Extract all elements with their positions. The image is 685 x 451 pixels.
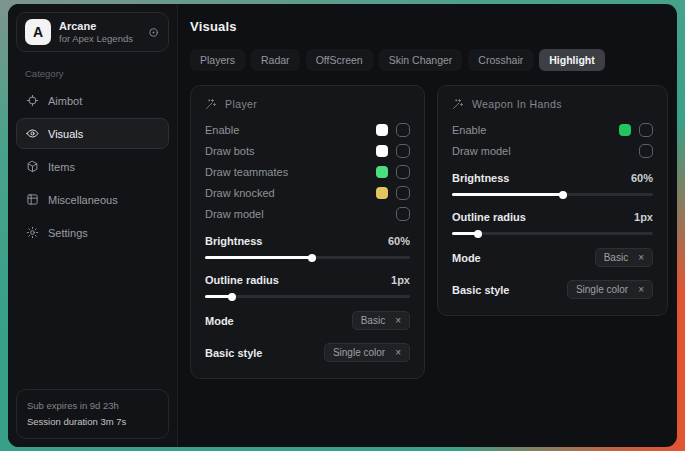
toggle-controls bbox=[376, 186, 410, 200]
tab-crosshair[interactable]: Crosshair bbox=[468, 49, 533, 71]
selected-tag[interactable]: Basic× bbox=[595, 248, 653, 267]
session-duration-text: Session duration 3m 7s bbox=[27, 414, 158, 430]
tag-close-icon[interactable]: × bbox=[638, 253, 644, 263]
color-swatch[interactable] bbox=[376, 187, 388, 199]
tab-bar: PlayersRadarOffScreenSkin ChangerCrossha… bbox=[190, 49, 668, 71]
toggle-row-draw-model: Draw model bbox=[205, 203, 410, 224]
select-row-mode: ModeBasic× bbox=[205, 311, 410, 330]
target-icon[interactable] bbox=[147, 26, 160, 39]
panel-header: Weapon In Hands bbox=[452, 98, 653, 110]
sidebar-item-items[interactable]: Items bbox=[16, 151, 169, 182]
slider-labels: Outline radius1px bbox=[452, 211, 653, 223]
slider-value: 60% bbox=[388, 235, 410, 247]
select-label: Basic style bbox=[452, 284, 509, 296]
sidebar-item-aimbot[interactable]: Aimbot bbox=[16, 85, 169, 116]
sidebar-item-miscellaneous[interactable]: Miscellaneous bbox=[16, 184, 169, 215]
slider-label: Outline radius bbox=[205, 274, 279, 286]
sidebar-item-label: Settings bbox=[48, 227, 88, 239]
app-name: Arcane bbox=[59, 20, 133, 32]
slider-labels: Brightness60% bbox=[205, 235, 410, 247]
select-row-basic-style: Basic styleSingle color× bbox=[205, 343, 410, 362]
panel-weapon-in-hands: Weapon In HandsEnableDraw modelBrightnes… bbox=[437, 85, 668, 316]
tag-close-icon[interactable]: × bbox=[638, 285, 644, 295]
sidebar-nav: AimbotVisualsItemsMiscellaneousSettings bbox=[16, 83, 169, 250]
sidebar-item-visuals[interactable]: Visuals bbox=[16, 118, 169, 149]
category-label: Category bbox=[25, 68, 169, 79]
wand-icon bbox=[452, 98, 464, 110]
slider-track[interactable] bbox=[205, 295, 410, 298]
tag-close-icon[interactable]: × bbox=[395, 316, 401, 326]
slider-value: 60% bbox=[631, 172, 653, 184]
slider-track[interactable] bbox=[452, 193, 653, 196]
slider-group-brightness: Brightness60% bbox=[205, 235, 410, 259]
color-swatch[interactable] bbox=[376, 145, 388, 157]
toggle-row-enable: Enable bbox=[205, 119, 410, 140]
tab-highlight[interactable]: Highlight bbox=[539, 49, 605, 71]
color-swatch[interactable] bbox=[376, 124, 388, 136]
slider-labels: Brightness60% bbox=[452, 172, 653, 184]
tab-radar[interactable]: Radar bbox=[251, 49, 300, 71]
tab-players[interactable]: Players bbox=[190, 49, 245, 71]
sub-expiry-text: Sub expires in 9d 23h bbox=[27, 398, 158, 414]
tag-label: Basic bbox=[604, 252, 628, 263]
toggle-controls bbox=[639, 144, 653, 158]
selected-tag[interactable]: Single color× bbox=[324, 343, 410, 362]
eye-icon bbox=[26, 127, 39, 140]
slider-fill[interactable] bbox=[205, 295, 232, 298]
checkbox[interactable] bbox=[396, 144, 410, 158]
toggle-label: Enable bbox=[205, 124, 239, 136]
checkbox[interactable] bbox=[639, 123, 653, 137]
selected-tag[interactable]: Single color× bbox=[567, 280, 653, 299]
toggle-row-draw-knocked: Draw knocked bbox=[205, 182, 410, 203]
toggle-controls bbox=[376, 165, 410, 179]
toggle-label: Draw teammates bbox=[205, 166, 288, 178]
slider-value: 1px bbox=[634, 211, 653, 223]
sidebar-item-label: Miscellaneous bbox=[48, 194, 118, 206]
slider-label: Outline radius bbox=[452, 211, 526, 223]
wand-icon bbox=[205, 98, 217, 110]
color-swatch[interactable] bbox=[619, 124, 631, 136]
checkbox[interactable] bbox=[639, 144, 653, 158]
slider-group-outline-radius: Outline radius1px bbox=[452, 211, 653, 235]
sidebar-item-label: Items bbox=[48, 161, 75, 173]
page-title: Visuals bbox=[190, 19, 668, 34]
sidebar-item-label: Aimbot bbox=[48, 95, 82, 107]
toggle-label: Draw model bbox=[452, 145, 511, 157]
tag-label: Single color bbox=[333, 347, 385, 358]
slider-track[interactable] bbox=[452, 232, 653, 235]
select-row-mode: ModeBasic× bbox=[452, 248, 653, 267]
toggle-row-draw-bots: Draw bots bbox=[205, 140, 410, 161]
tab-offscreen[interactable]: OffScreen bbox=[306, 49, 373, 71]
tag-close-icon[interactable]: × bbox=[395, 348, 401, 358]
app-subtitle: for Apex Legends bbox=[59, 33, 133, 44]
toggle-controls bbox=[376, 123, 410, 137]
toggle-label: Enable bbox=[452, 124, 486, 136]
color-swatch[interactable] bbox=[376, 166, 388, 178]
box-icon bbox=[26, 160, 39, 173]
checkbox[interactable] bbox=[396, 165, 410, 179]
toggle-controls bbox=[396, 207, 410, 221]
sidebar-item-settings[interactable]: Settings bbox=[16, 217, 169, 248]
select-label: Mode bbox=[205, 315, 234, 327]
selected-tag[interactable]: Basic× bbox=[352, 311, 410, 330]
panel-title: Weapon In Hands bbox=[472, 98, 562, 110]
tab-skin-changer[interactable]: Skin Changer bbox=[379, 49, 463, 71]
slider-fill[interactable] bbox=[452, 232, 478, 235]
main-content: Visuals PlayersRadarOffScreenSkin Change… bbox=[178, 4, 677, 447]
checkbox[interactable] bbox=[396, 123, 410, 137]
toggle-row-enable: Enable bbox=[452, 119, 653, 140]
app-window: A Arcane for Apex Legends Category Aimbo… bbox=[8, 4, 677, 447]
grid-icon bbox=[26, 193, 39, 206]
select-row-basic-style: Basic styleSingle color× bbox=[452, 280, 653, 299]
slider-fill[interactable] bbox=[205, 256, 312, 259]
slider-fill[interactable] bbox=[452, 193, 563, 196]
checkbox[interactable] bbox=[396, 186, 410, 200]
toggle-row-draw-teammates: Draw teammates bbox=[205, 161, 410, 182]
panel-header: Player bbox=[205, 98, 410, 110]
toggle-row-draw-model: Draw model bbox=[452, 140, 653, 161]
checkbox[interactable] bbox=[396, 207, 410, 221]
slider-value: 1px bbox=[391, 274, 410, 286]
gear-icon bbox=[26, 226, 39, 239]
slider-track[interactable] bbox=[205, 256, 410, 259]
app-logo: A bbox=[25, 19, 51, 45]
